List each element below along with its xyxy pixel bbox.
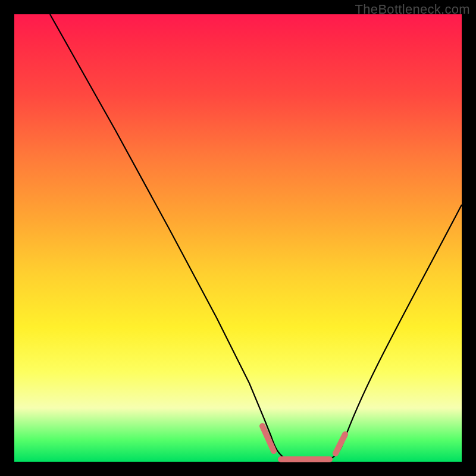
bottleneck-curve-svg — [14, 14, 462, 462]
bottleneck-curve — [50, 14, 462, 461]
chart-frame: TheBottleneck.com — [0, 0, 476, 476]
trough-marker-right — [336, 434, 345, 453]
plot-area — [14, 14, 462, 462]
